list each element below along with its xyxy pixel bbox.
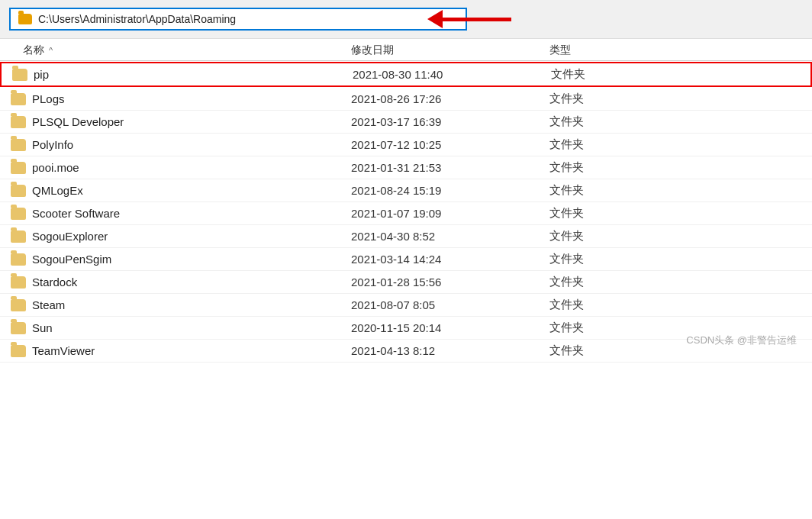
folder-icon bbox=[11, 276, 26, 289]
file-type-cell: 文件夹 bbox=[551, 67, 810, 82]
file-name-cell: PLogs bbox=[0, 92, 351, 105]
file-type-cell: 文件夹 bbox=[549, 298, 812, 312]
file-date-cell: 2021-01-31 21:53 bbox=[351, 161, 549, 174]
file-name-label: SogouPenSgim bbox=[32, 253, 111, 266]
file-name-label: Steam bbox=[32, 298, 65, 311]
column-date-label: 修改日期 bbox=[351, 44, 394, 56]
address-bar-container: C:\Users\Administrator\AppData\Roaming bbox=[0, 0, 812, 39]
folder-icon bbox=[11, 139, 26, 151]
file-name-cell: QMLogEx bbox=[0, 184, 351, 197]
column-type-header[interactable]: 类型 bbox=[549, 44, 812, 57]
file-name-cell: SogouPenSgim bbox=[0, 253, 351, 266]
arrow-line bbox=[443, 18, 511, 21]
file-name-cell: pip bbox=[2, 68, 353, 81]
file-type-cell: 文件夹 bbox=[549, 229, 812, 243]
table-row[interactable]: PLogs 2021-08-26 17:26 文件夹 bbox=[0, 88, 812, 111]
folder-icon-address bbox=[18, 14, 32, 24]
folder-icon bbox=[11, 185, 26, 197]
column-name-label: 名称 bbox=[23, 44, 44, 57]
table-row[interactable]: TeamViewer 2021-04-13 8:12 文件夹 bbox=[0, 340, 812, 363]
file-name-label: PLogs bbox=[32, 92, 65, 105]
file-date-cell: 2021-08-26 17:26 bbox=[351, 92, 549, 105]
file-type-cell: 文件夹 bbox=[549, 137, 812, 152]
file-date-cell: 2021-08-30 11:40 bbox=[353, 68, 551, 81]
file-type-cell: 文件夹 bbox=[549, 343, 812, 358]
file-name-cell: Steam bbox=[0, 298, 351, 311]
table-row[interactable]: pooi.moe 2021-01-31 21:53 文件夹 bbox=[0, 156, 812, 179]
column-headers: 名称 ^ 修改日期 类型 bbox=[0, 39, 812, 61]
file-name-label: Stardock bbox=[32, 276, 77, 289]
address-path: C:\Users\Administrator\AppData\Roaming bbox=[38, 13, 236, 25]
folder-icon bbox=[11, 116, 26, 128]
table-row[interactable]: Steam 2021-08-07 8:05 文件夹 bbox=[0, 294, 812, 317]
file-name-label: SogouExplorer bbox=[32, 230, 108, 243]
file-name-label: TeamViewer bbox=[32, 344, 95, 357]
column-date-header[interactable]: 修改日期 bbox=[351, 44, 549, 57]
file-name-cell: TeamViewer bbox=[0, 344, 351, 357]
file-name-label: QMLogEx bbox=[32, 184, 83, 197]
file-name-label: PLSQL Developer bbox=[32, 115, 124, 128]
file-name-label: Sun bbox=[32, 321, 53, 334]
folder-icon bbox=[11, 93, 26, 105]
table-row[interactable]: QMLogEx 2021-08-24 15:19 文件夹 bbox=[0, 179, 812, 202]
column-type-label: 类型 bbox=[549, 44, 571, 56]
file-name-cell: PolyInfo bbox=[0, 138, 351, 151]
table-row[interactable]: pip 2021-08-30 11:40 文件夹 bbox=[0, 62, 812, 87]
file-type-cell: 文件夹 bbox=[549, 92, 812, 106]
arrow-head-icon bbox=[427, 10, 443, 28]
table-row[interactable]: Stardock 2021-01-28 15:56 文件夹 bbox=[0, 271, 812, 294]
file-date-cell: 2021-01-07 19:09 bbox=[351, 207, 549, 220]
file-type-cell: 文件夹 bbox=[549, 183, 812, 198]
file-date-cell: 2021-07-12 10:25 bbox=[351, 138, 549, 151]
file-name-label: pooi.moe bbox=[32, 161, 79, 174]
file-date-cell: 2021-08-24 15:19 bbox=[351, 184, 549, 197]
folder-icon bbox=[12, 69, 27, 81]
file-type-cell: 文件夹 bbox=[549, 160, 812, 175]
file-name-cell: Sun bbox=[0, 321, 351, 334]
file-type-cell: 文件夹 bbox=[549, 321, 812, 335]
folder-icon bbox=[11, 208, 26, 220]
file-type-cell: 文件夹 bbox=[549, 275, 812, 289]
folder-icon bbox=[11, 253, 26, 266]
file-list: pip 2021-08-30 11:40 文件夹 PLogs 2021-08-2… bbox=[0, 62, 812, 363]
folder-icon bbox=[11, 299, 26, 311]
red-arrow bbox=[427, 10, 511, 28]
folder-icon bbox=[11, 345, 26, 357]
file-name-cell: SogouExplorer bbox=[0, 230, 351, 243]
sort-arrow-icon: ^ bbox=[49, 46, 53, 55]
file-type-cell: 文件夹 bbox=[549, 252, 812, 266]
file-name-label: PolyInfo bbox=[32, 138, 73, 151]
file-date-cell: 2021-03-17 16:39 bbox=[351, 115, 549, 128]
table-row[interactable]: Scooter Software 2021-01-07 19:09 文件夹 bbox=[0, 202, 812, 225]
table-row[interactable]: PolyInfo 2021-07-12 10:25 文件夹 bbox=[0, 134, 812, 156]
file-date-cell: 2021-01-28 15:56 bbox=[351, 276, 549, 289]
table-row[interactable]: PLSQL Developer 2021-03-17 16:39 文件夹 bbox=[0, 111, 812, 134]
file-name-label: pip bbox=[34, 68, 49, 81]
table-row[interactable]: SogouExplorer 2021-04-30 8:52 文件夹 bbox=[0, 225, 812, 248]
file-date-cell: 2021-04-13 8:12 bbox=[351, 344, 549, 357]
folder-icon bbox=[11, 230, 26, 243]
file-name-cell: PLSQL Developer bbox=[0, 115, 351, 128]
folder-icon bbox=[11, 322, 26, 334]
address-bar[interactable]: C:\Users\Administrator\AppData\Roaming bbox=[9, 8, 467, 31]
folder-icon bbox=[11, 162, 26, 174]
table-row[interactable]: SogouPenSgim 2021-03-14 14:24 文件夹 bbox=[0, 248, 812, 271]
table-row[interactable]: Sun 2020-11-15 20:14 文件夹 bbox=[0, 317, 812, 340]
file-date-cell: 2021-03-14 14:24 bbox=[351, 253, 549, 266]
file-date-cell: 2021-08-07 8:05 bbox=[351, 298, 549, 311]
file-type-cell: 文件夹 bbox=[549, 114, 812, 129]
file-date-cell: 2020-11-15 20:14 bbox=[351, 321, 549, 334]
file-date-cell: 2021-04-30 8:52 bbox=[351, 230, 549, 243]
column-name-header[interactable]: 名称 ^ bbox=[0, 44, 351, 57]
file-name-cell: Scooter Software bbox=[0, 207, 351, 220]
file-type-cell: 文件夹 bbox=[549, 206, 812, 221]
file-explorer-window: C:\Users\Administrator\AppData\Roaming 名… bbox=[0, 0, 812, 363]
file-name-label: Scooter Software bbox=[32, 207, 120, 220]
file-name-cell: pooi.moe bbox=[0, 161, 351, 174]
file-name-cell: Stardock bbox=[0, 276, 351, 289]
